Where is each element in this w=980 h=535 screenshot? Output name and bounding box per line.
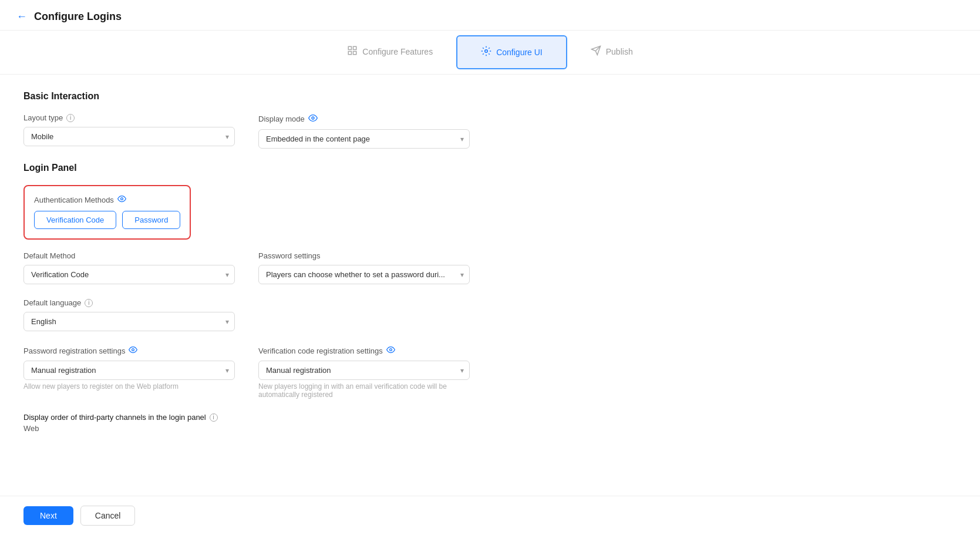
- display-mode-group: Display mode Embedded in the content pag…: [258, 113, 470, 149]
- layout-type-select-wrapper: Mobile Desktop ▾: [23, 127, 235, 146]
- password-registration-eye-icon[interactable]: [129, 345, 137, 356]
- basic-interaction-title: Basic Interaction: [23, 91, 957, 102]
- tab-configure-ui-label: Configure UI: [496, 48, 543, 57]
- verification-registration-select-wrapper: Manual registration Automatic registrati…: [258, 361, 470, 380]
- publish-icon: [591, 45, 601, 58]
- next-button[interactable]: Next: [23, 506, 73, 525]
- auth-buttons-group: Verification Code Password: [34, 211, 180, 229]
- verification-registration-eye-icon[interactable]: [386, 345, 395, 356]
- password-settings-select-wrapper: Players can choose whether to set a pass…: [258, 265, 470, 284]
- display-mode-eye-icon[interactable]: [308, 113, 318, 125]
- placeholder-group: [258, 298, 470, 331]
- login-panel-title: Login Panel: [23, 163, 957, 173]
- method-settings-row: Default Method Verification Code Passwor…: [23, 251, 957, 284]
- basic-interaction-row: Layout type i Mobile Desktop ▾ Display: [23, 113, 957, 149]
- footer-bar: Next Cancel: [0, 496, 980, 535]
- default-method-group: Default Method Verification Code Passwor…: [23, 251, 235, 284]
- password-registration-group: Password registration settings Manual re…: [23, 345, 235, 399]
- svg-point-9: [132, 349, 134, 351]
- password-registration-label: Password registration settings: [23, 345, 235, 356]
- display-mode-select[interactable]: Embedded in the content page Popup Full …: [258, 129, 470, 149]
- layout-type-info-icon[interactable]: i: [66, 114, 75, 122]
- display-order-section: Display order of third-party channels in…: [23, 413, 957, 433]
- auth-methods-eye-icon[interactable]: [117, 194, 126, 205]
- default-method-select[interactable]: Verification Code Password: [23, 265, 235, 284]
- default-method-label: Default Method: [23, 251, 235, 260]
- back-button[interactable]: ←: [16, 11, 27, 23]
- layout-type-select[interactable]: Mobile Desktop: [23, 127, 235, 146]
- authentication-methods-label: Authentication Methods: [34, 194, 180, 205]
- layout-type-label: Layout type i: [23, 113, 235, 122]
- login-panel-section: Login Panel Authentication Methods: [23, 163, 957, 433]
- page-title: Configure Logins: [34, 11, 122, 23]
- default-method-select-wrapper: Verification Code Password ▾: [23, 265, 235, 284]
- cancel-button[interactable]: Cancel: [80, 506, 136, 526]
- tab-publish[interactable]: Publish: [567, 31, 656, 74]
- layout-type-group: Layout type i Mobile Desktop ▾: [23, 113, 235, 149]
- svg-point-7: [312, 117, 314, 119]
- configure-ui-icon: [481, 46, 491, 59]
- authentication-methods-box: Authentication Methods Verification Code…: [23, 185, 191, 240]
- svg-point-4: [485, 50, 488, 53]
- language-row: Default language i English Chinese Frenc…: [23, 298, 957, 331]
- tab-configure-features[interactable]: Configure Features: [324, 31, 456, 74]
- password-button[interactable]: Password: [122, 211, 180, 229]
- password-registration-select-wrapper: Manual registration Automatic registrati…: [23, 361, 235, 380]
- svg-point-8: [121, 198, 123, 200]
- display-order-value: Web: [23, 424, 957, 433]
- display-mode-select-wrapper: Embedded in the content page Popup Full …: [258, 129, 470, 149]
- configure-features-icon: [347, 45, 358, 58]
- default-language-label: Default language i: [23, 298, 235, 307]
- display-order-info-icon[interactable]: i: [210, 413, 218, 422]
- step-tabs: Configure Features Configure UI Publish: [0, 31, 980, 75]
- top-nav: ← Configure Logins: [0, 0, 980, 31]
- svg-point-10: [389, 349, 392, 351]
- default-language-select-wrapper: English Chinese French Spanish ▾: [23, 312, 235, 331]
- verification-registration-hint: New players logging in with an email ver…: [258, 382, 470, 399]
- verification-registration-group: Verification code registration settings …: [258, 345, 470, 399]
- display-mode-label: Display mode: [258, 113, 470, 125]
- svg-rect-0: [349, 46, 352, 49]
- svg-rect-1: [353, 46, 356, 49]
- display-order-label: Display order of third-party channels in…: [23, 413, 957, 422]
- main-content: Basic Interaction Layout type i Mobile D…: [0, 75, 980, 480]
- language-info-icon[interactable]: i: [85, 299, 93, 307]
- registration-settings-row: Password registration settings Manual re…: [23, 345, 957, 399]
- svg-rect-3: [353, 51, 356, 54]
- password-registration-hint: Allow new players to register on the Web…: [23, 382, 235, 391]
- svg-rect-2: [349, 51, 352, 54]
- tab-publish-label: Publish: [606, 47, 633, 56]
- tab-configure-features-label: Configure Features: [362, 47, 433, 56]
- verification-registration-select[interactable]: Manual registration Automatic registrati…: [258, 361, 470, 380]
- password-registration-select[interactable]: Manual registration Automatic registrati…: [23, 361, 235, 380]
- password-settings-label: Password settings: [258, 251, 470, 260]
- verification-registration-label: Verification code registration settings: [258, 345, 470, 356]
- default-language-select[interactable]: English Chinese French Spanish: [23, 312, 235, 331]
- password-settings-group: Password settings Players can choose whe…: [258, 251, 470, 284]
- default-language-group: Default language i English Chinese Frenc…: [23, 298, 235, 331]
- tab-configure-ui[interactable]: Configure UI: [456, 35, 567, 69]
- password-settings-select[interactable]: Players can choose whether to set a pass…: [258, 265, 470, 284]
- verification-code-button[interactable]: Verification Code: [34, 211, 116, 229]
